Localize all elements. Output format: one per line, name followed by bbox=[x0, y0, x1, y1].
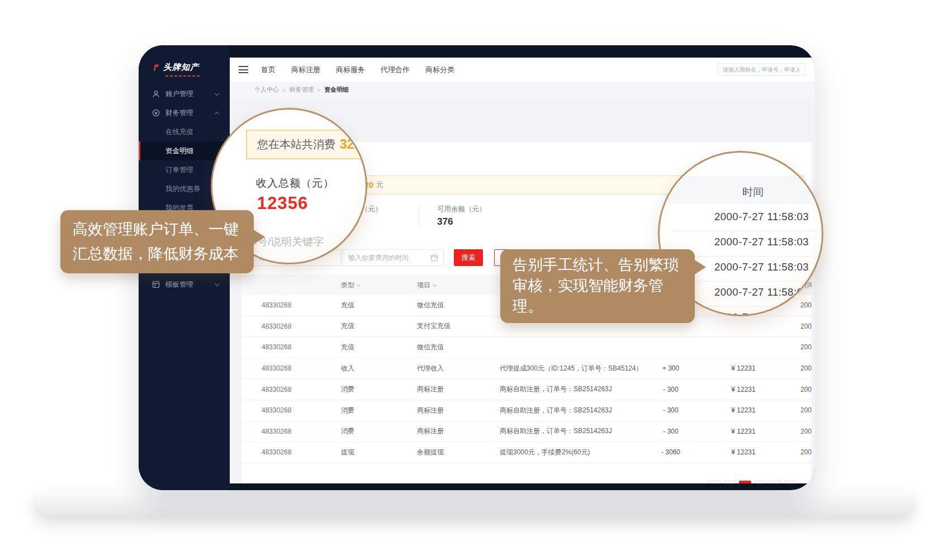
magnified-time: 2000-7-27 11:58:03 bbox=[714, 261, 809, 273]
wallet-icon bbox=[152, 109, 160, 117]
balance-value: 376 bbox=[437, 216, 453, 227]
nav-list: 首页 商标注册 商标服务 代理合作 商标分类 bbox=[230, 65, 454, 75]
template-icon bbox=[152, 281, 160, 288]
laptop-base bbox=[34, 490, 914, 518]
sidebar-item-template[interactable]: 模板管理 bbox=[139, 275, 230, 294]
magnified-time-header: 时间 bbox=[742, 185, 764, 200]
breadcrumb: 个人中心 > 财务管理 > 资金明细 bbox=[230, 82, 815, 98]
nav-item-register[interactable]: 商标注册 bbox=[291, 65, 320, 75]
nav-item-home[interactable]: 首页 bbox=[261, 65, 276, 75]
table-row: 48330268收入代理收入代理提成300元（ID:1245，订单号：SB451… bbox=[241, 358, 812, 379]
magnified-time-header-band bbox=[660, 176, 822, 204]
pagination-page-5[interactable]: 5 bbox=[784, 481, 797, 483]
magnified-time: 2000-7-27 11:58:03 bbox=[714, 211, 809, 223]
magnified-time: 2000-7-27 11:58:03 bbox=[714, 236, 809, 248]
balance-label: 可用余额（元） bbox=[437, 205, 486, 214]
magnified-income-value: 12356 bbox=[257, 193, 308, 213]
user-icon bbox=[152, 90, 160, 98]
sidebar-subitem-recharge[interactable]: 在线充值 bbox=[139, 122, 230, 141]
logo: 头牌知产 bbox=[152, 62, 199, 73]
pagination-prev[interactable]: < bbox=[709, 481, 721, 483]
logo-icon bbox=[152, 64, 160, 72]
breadcrumb-finance[interactable]: 财务管理 bbox=[289, 86, 314, 94]
breadcrumb-personal[interactable]: 个人中心 bbox=[254, 86, 279, 94]
header-type[interactable]: 类型 bbox=[332, 281, 408, 290]
header-project[interactable]: 项目 bbox=[408, 281, 491, 290]
breadcrumb-current: 资金明细 bbox=[324, 86, 349, 94]
table-row: 48330268消费商标注册商标自助注册，订单号：SB2514263J- 300… bbox=[241, 400, 812, 421]
chevron-down-icon bbox=[215, 91, 219, 95]
pagination-page-4[interactable]: 4 bbox=[769, 481, 781, 483]
magnified-income-label: 收入总额（元） bbox=[256, 176, 334, 191]
pagination: < 1 2 3 4 5 bbox=[709, 481, 797, 483]
callout-left: 高效管理账户订单、一键汇总数据，降低财务成本 bbox=[60, 210, 254, 273]
top-nav: 首页 商标注册 商标服务 代理合作 商标分类 bbox=[230, 58, 815, 82]
search-button[interactable]: 搜索 bbox=[454, 249, 483, 266]
hamburger-icon[interactable] bbox=[239, 66, 248, 73]
logo-tagline bbox=[165, 75, 200, 77]
date-filter-input[interactable] bbox=[342, 249, 444, 266]
calendar-icon bbox=[430, 254, 438, 262]
pagination-page-3[interactable]: 3 bbox=[754, 481, 766, 483]
nav-item-category[interactable]: 商标分类 bbox=[425, 65, 454, 75]
callout-right: 告别手工统计、告别繁琐审核，实现智能财务管理。 bbox=[500, 249, 695, 323]
nav-item-services[interactable]: 商标服务 bbox=[336, 65, 365, 75]
table-row: 48330268消费商标注册商标自助注册，订单号：SB2514263J- 300… bbox=[241, 421, 812, 443]
pagination-page-2[interactable]: 2 bbox=[739, 481, 751, 483]
sidebar-item-account[interactable]: 账户管理 bbox=[139, 84, 230, 103]
sidebar-item-finance[interactable]: 财务管理 bbox=[139, 103, 230, 122]
caret-down-icon bbox=[357, 282, 361, 286]
nav-item-agency[interactable]: 代理合作 bbox=[381, 65, 410, 75]
chevron-down-icon bbox=[215, 281, 219, 286]
caret-down-icon bbox=[433, 282, 437, 286]
table-row: 48330268提现余额提现提现3000元，手续费2%(60元)- 3060¥ … bbox=[241, 442, 812, 463]
table-row: 48330268充值微信充值2000-7-27 11:58:03 bbox=[241, 337, 812, 358]
stage: 头牌知产 账户管理 财务管理 在线充值 资金明细 bbox=[0, 0, 948, 560]
logo-text: 头牌知产 bbox=[163, 62, 199, 73]
chevron-up-icon bbox=[215, 111, 219, 116]
search-input[interactable] bbox=[717, 63, 805, 76]
stat-divider bbox=[419, 205, 420, 227]
pagination-page-1[interactable]: 1 bbox=[724, 481, 736, 483]
table-row: 48330268消费商标注册商标自助注册，订单号：SB2514263J- 300… bbox=[241, 379, 812, 400]
